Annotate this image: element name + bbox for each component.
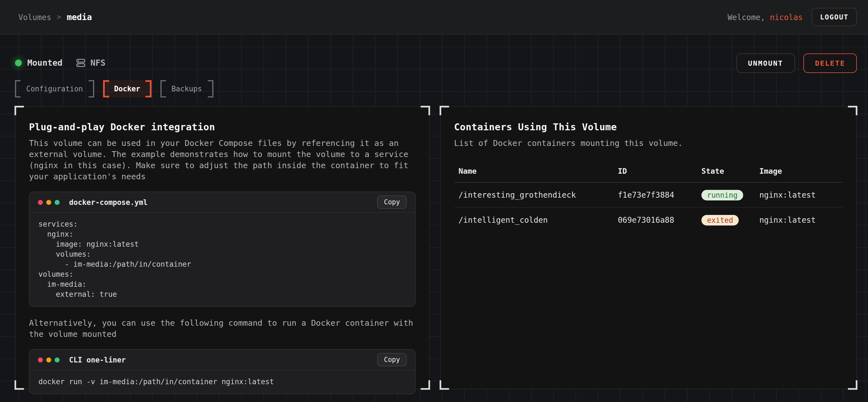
amber-dot-icon xyxy=(46,200,51,205)
panel-corner-icon xyxy=(14,106,24,115)
container-state: running xyxy=(702,189,760,200)
containers-panel-title: Containers Using This Volume xyxy=(454,122,843,133)
column-header-name: Name xyxy=(459,166,618,175)
mounted-status-label: Mounted xyxy=(27,58,62,68)
container-image: nginx:latest xyxy=(760,215,838,224)
cli-filename: CLI one-liner xyxy=(69,356,126,364)
username: nicolas xyxy=(770,12,803,22)
panel-corner-icon xyxy=(848,380,858,390)
container-name: /interesting_grothendieck xyxy=(459,191,618,199)
delete-button[interactable]: DELETE xyxy=(803,53,857,73)
docker-integration-panel: Plug-and-play Docker integration This vo… xyxy=(15,106,430,389)
containers-panel: Containers Using This Volume List of Doc… xyxy=(440,106,857,389)
table-row: /interesting_grothendieck f1e73e7f3884 r… xyxy=(454,182,843,207)
panel-corner-icon xyxy=(848,106,858,115)
container-image: nginx:latest xyxy=(760,191,838,199)
top-bar: Volumes > media Welcome, nicolas LOGOUT xyxy=(0,0,868,35)
compose-copy-button[interactable]: Copy xyxy=(377,195,407,209)
welcome-message: Welcome, nicolas xyxy=(727,12,803,22)
cli-code-block: CLI one-liner Copy docker run -v im-medi… xyxy=(29,349,415,394)
docker-panel-description: This volume can be used in your Docker C… xyxy=(29,137,415,182)
breadcrumb-volumes-link[interactable]: Volumes xyxy=(19,12,51,22)
tab-backups[interactable]: Backups xyxy=(160,80,213,97)
traffic-lights-icon xyxy=(38,357,60,362)
status-badge: running xyxy=(702,190,743,200)
container-id: 069e73016a88 xyxy=(618,215,702,224)
breadcrumb: Volumes > media xyxy=(19,12,92,22)
tab-configuration[interactable]: Configuration xyxy=(15,80,94,97)
container-id: f1e73e7f3884 xyxy=(618,191,702,199)
column-header-image: Image xyxy=(760,166,838,175)
cli-code-text: docker run -v im-media:/path/in/containe… xyxy=(38,377,406,387)
panel-corner-icon xyxy=(440,380,449,390)
mounted-status-dot-icon xyxy=(15,60,22,66)
containers-panel-subtitle: List of Docker containers mounting this … xyxy=(454,137,843,149)
panel-corner-icon xyxy=(14,380,24,390)
red-dot-icon xyxy=(38,357,43,362)
compose-code-header: docker-compose.yml Copy xyxy=(30,192,415,213)
cli-copy-button[interactable]: Copy xyxy=(377,353,407,366)
table-row: /intelligent_colden 069e73016a88 exited … xyxy=(454,207,843,232)
chevron-right-icon: > xyxy=(57,13,61,21)
status-row: Mounted NFS UNMOUNT DELETE xyxy=(15,35,857,73)
panel-corner-icon xyxy=(421,380,430,390)
mount-status: Mounted xyxy=(15,58,62,68)
cli-intro-text: Alternatively, you can use the following… xyxy=(29,317,415,340)
containers-table-header: Name ID State Image xyxy=(454,162,843,182)
welcome-prefix: Welcome, xyxy=(727,12,770,22)
breadcrumb-current-volume: media xyxy=(67,12,92,22)
compose-code-block: docker-compose.yml Copy services: nginx:… xyxy=(29,192,415,307)
main-content: Mounted NFS UNMOUNT DELETE Configuration… xyxy=(0,35,868,402)
driver-label: NFS xyxy=(90,58,105,68)
tab-bar: Configuration Docker Backups xyxy=(15,80,857,97)
green-dot-icon xyxy=(55,200,60,205)
volume-actions: UNMOUNT DELETE xyxy=(736,53,857,73)
green-dot-icon xyxy=(55,357,60,362)
app-viewport: Volumes > media Welcome, nicolas LOGOUT … xyxy=(0,0,868,402)
cli-code-header: CLI one-liner Copy xyxy=(30,350,415,370)
volume-detail-page: Volumes > media Welcome, nicolas LOGOUT … xyxy=(0,0,868,402)
containers-table: Name ID State Image /interesting_grothen… xyxy=(454,162,843,232)
container-state: exited xyxy=(702,214,760,226)
status-badge: exited xyxy=(702,215,739,226)
container-name: /intelligent_colden xyxy=(459,215,618,224)
panel-corner-icon xyxy=(421,106,430,115)
docker-panel-title: Plug-and-play Docker integration xyxy=(29,122,415,133)
panel-corner-icon xyxy=(440,106,449,115)
panels-row: Plug-and-play Docker integration This vo… xyxy=(15,106,857,389)
compose-filename: docker-compose.yml xyxy=(69,198,148,206)
amber-dot-icon xyxy=(46,357,51,362)
traffic-lights-icon xyxy=(38,200,60,205)
compose-code-body: services: nginx: image: nginx:latest vol… xyxy=(30,213,415,306)
column-header-state: State xyxy=(702,166,760,175)
compose-code-text: services: nginx: image: nginx:latest vol… xyxy=(38,220,406,300)
unmount-button[interactable]: UNMOUNT xyxy=(736,53,795,73)
server-stack-icon xyxy=(76,58,86,68)
volume-driver: NFS xyxy=(76,58,105,68)
logout-button[interactable]: LOGOUT xyxy=(812,8,857,26)
tab-docker[interactable]: Docker xyxy=(103,80,152,97)
cli-code-body: docker run -v im-media:/path/in/containe… xyxy=(30,370,415,394)
top-bar-right: Welcome, nicolas LOGOUT xyxy=(727,8,857,26)
red-dot-icon xyxy=(38,200,43,205)
column-header-id: ID xyxy=(618,166,702,175)
